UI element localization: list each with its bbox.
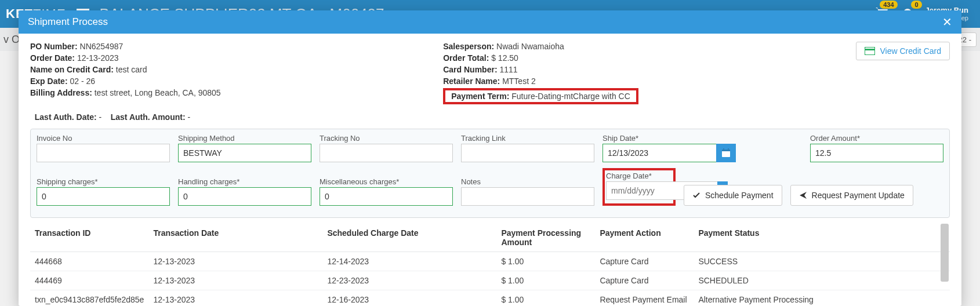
svg-rect-9 (723, 148, 724, 151)
modal-header: Shipment Process ✕ (19, 10, 961, 34)
cell-amount: $ 1.00 (496, 252, 595, 271)
shipment-process-modal: Shipment Process ✕ PO Number: NN6254987 … (19, 10, 961, 306)
notes-input[interactable] (461, 187, 594, 206)
table-row[interactable]: txn_e0c9413c887efd5fe2d85e12-13-202312-1… (30, 290, 950, 307)
charge-date-field: Charge Date* (606, 172, 670, 200)
send-icon (799, 191, 807, 199)
col-amount[interactable]: Payment Processing Amount (496, 223, 595, 252)
table-row[interactable]: 44446912-13-202312-23-2023$ 1.00Capture … (30, 271, 950, 290)
cell-schdate: 12-23-2023 (322, 271, 496, 290)
col-status[interactable]: Payment Status (694, 223, 950, 252)
close-icon[interactable]: ✕ (942, 16, 952, 28)
auth-row: Last Auth. Date: - Last Auth. Amount: - (30, 112, 950, 122)
salesperson: Salesperson: Nwadi Nwamaioha (443, 42, 833, 51)
ship-date-picker-button[interactable] (716, 144, 736, 162)
shipping-method-label: Shipping Method (178, 134, 311, 143)
retailer-name: Retailer Name: MTTest 2 (443, 76, 833, 86)
shipping-charges-input[interactable] (37, 187, 170, 206)
cell-txdate: 12-13-2023 (148, 252, 322, 271)
payment-term-highlight: Payment Term: Future-Dating-mtCharge wit… (443, 88, 833, 104)
transactions-table-wrap: Transaction ID Transaction Date Schedule… (30, 223, 950, 306)
cell-amount: $ 1.00 (496, 271, 595, 290)
order-amount-input[interactable] (810, 144, 943, 162)
svg-rect-5 (865, 47, 875, 55)
notes-field: Notes (461, 177, 594, 206)
cell-txdate: 12-13-2023 (148, 290, 322, 307)
ship-date-input[interactable] (602, 144, 716, 162)
cell-txid: 444668 (30, 252, 148, 271)
handling-charges-input[interactable] (178, 187, 311, 206)
cell-status: Alternative Payment Processing (694, 290, 950, 307)
cell-schdate: 12-14-2023 (322, 252, 496, 271)
modal-title: Shipment Process (28, 16, 108, 28)
misc-charges-field: Miscellaneous charges* (320, 177, 453, 206)
charge-date-label: Charge Date* (606, 172, 670, 180)
credit-card-icon (865, 47, 875, 55)
shipping-method-field: Shipping Method (178, 134, 311, 162)
cell-status: SCHEDULED (694, 271, 950, 290)
invoice-no-input[interactable] (37, 144, 170, 162)
order-total: Order Total: $ 12.50 (443, 53, 833, 63)
invoice-no-label: Invoice No (37, 134, 170, 143)
tracking-link-input[interactable] (461, 144, 594, 162)
handling-charges-field: Handling charges* (178, 177, 311, 206)
cell-action: Capture Card (595, 271, 694, 290)
shipment-form: Invoice No Shipping Method Tracking No T… (30, 129, 950, 218)
transactions-table: Transaction ID Transaction Date Schedule… (30, 223, 950, 306)
shipping-charges-label: Shipping charges* (37, 177, 170, 186)
handling-charges-label: Handling charges* (178, 177, 311, 186)
calendar-icon (721, 148, 731, 158)
shipping-method-input[interactable] (178, 144, 311, 162)
notes-label: Notes (461, 177, 594, 186)
name-on-card: Name on Credit Card: test card (30, 65, 420, 74)
misc-charges-label: Miscellaneous charges* (320, 177, 453, 186)
col-action[interactable]: Payment Action (595, 223, 694, 252)
cell-amount: $ 1.00 (496, 290, 595, 307)
shipping-charges-field: Shipping charges* (37, 177, 170, 206)
ship-date-field: Ship Date* (602, 134, 736, 162)
tracking-no-input[interactable] (320, 144, 453, 162)
billing-address: Billing Address: test street, Long Beach… (30, 88, 420, 97)
col-schdate[interactable]: Scheduled Charge Date (322, 223, 496, 252)
order-amount-label: Order Amount* (810, 134, 943, 143)
col-txdate[interactable]: Transaction Date (148, 223, 322, 252)
schedule-payment-button[interactable]: Schedule Payment (684, 185, 782, 206)
misc-charges-input[interactable] (320, 187, 453, 206)
svg-rect-6 (865, 49, 875, 50)
po-number: PO Number: NN6254987 (30, 42, 420, 51)
cell-schdate: 12-16-2023 (322, 290, 496, 307)
tracking-link-field: Tracking Link (461, 134, 594, 162)
tracking-no-field: Tracking No (320, 134, 453, 162)
cell-status: SUCCESS (694, 252, 950, 271)
table-scrollbar[interactable] (941, 224, 949, 282)
check-icon (692, 191, 700, 199)
svg-rect-10 (728, 148, 729, 151)
cell-txdate: 12-13-2023 (148, 271, 322, 290)
card-number: Card Number: 1111 (443, 65, 833, 74)
tracking-link-label: Tracking Link (461, 134, 594, 143)
cell-action: Request Payment Email (595, 290, 694, 307)
cell-txid: 444469 (30, 271, 148, 290)
exp-date: Exp Date: 02 - 26 (30, 76, 420, 86)
col-txid[interactable]: Transaction ID (30, 223, 148, 252)
cell-txid: txn_e0c9413c887efd5fe2d85e (30, 290, 148, 307)
table-row[interactable]: 44466812-13-202312-14-2023$ 1.00Capture … (30, 252, 950, 271)
invoice-no-field: Invoice No (37, 134, 170, 162)
cell-action: Capture Card (595, 252, 694, 271)
order-date: Order Date: 12-13-2023 (30, 53, 420, 63)
request-payment-update-button[interactable]: Request Payment Update (790, 185, 913, 206)
view-credit-card-button[interactable]: View Credit Card (856, 42, 950, 60)
charge-date-highlight: Charge Date* (602, 168, 676, 206)
order-amount-field: Order Amount* (810, 134, 943, 162)
ship-date-label: Ship Date* (602, 134, 736, 143)
tracking-no-label: Tracking No (320, 134, 453, 143)
